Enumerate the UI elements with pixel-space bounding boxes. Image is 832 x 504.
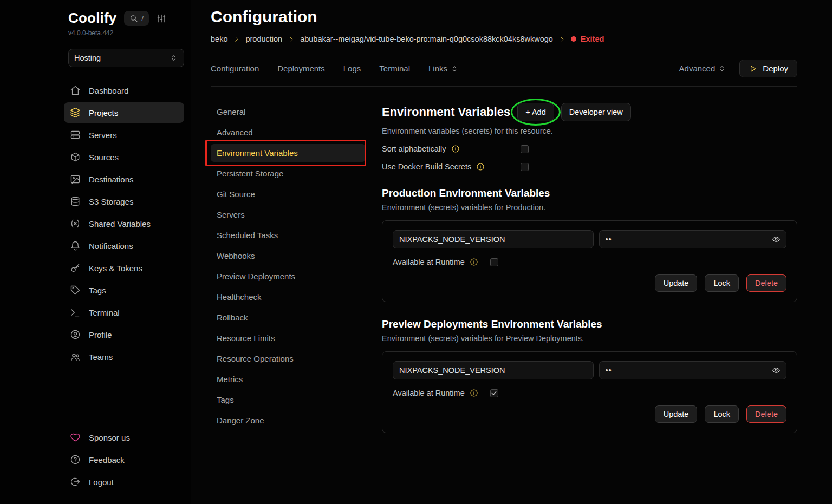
- reveal-value-button[interactable]: [772, 235, 781, 244]
- sidebar-item-projects[interactable]: Projects: [64, 102, 184, 123]
- page-title: Configuration: [211, 8, 797, 26]
- docker-build-secrets-row: Use Docker Build Secrets: [382, 162, 797, 171]
- subnav-item-metrics[interactable]: Metrics: [211, 370, 366, 388]
- subnav-item-tags[interactable]: Tags: [211, 391, 366, 409]
- sidebar-item-profile[interactable]: Profile: [64, 324, 184, 345]
- runtime-row: Available at Runtime: [393, 258, 786, 266]
- subnav-item-general[interactable]: General: [211, 103, 366, 121]
- sidebar-footer: Sponsor us Feedback Logout: [64, 427, 184, 492]
- tab-deployments[interactable]: Deployments: [277, 64, 325, 73]
- advanced-label: Advanced: [679, 64, 716, 73]
- subnav-item-rollback[interactable]: Rollback: [211, 309, 366, 326]
- team-select[interactable]: Hosting: [68, 49, 184, 67]
- search-button[interactable]: /: [124, 11, 150, 26]
- sort-alphabetically-checkbox[interactable]: [521, 145, 529, 153]
- check-icon: [491, 390, 497, 396]
- tab-links-label: Links: [428, 64, 447, 73]
- chevron-right-icon: [558, 36, 566, 43]
- tab-links[interactable]: Links: [428, 64, 459, 73]
- settings-sliders-icon[interactable]: [156, 13, 167, 24]
- sidebar-item-terminal[interactable]: Terminal: [64, 302, 184, 323]
- subnav-item-preview-deployments[interactable]: Preview Deployments: [211, 267, 366, 285]
- deploy-button[interactable]: Deploy: [739, 60, 797, 77]
- update-button[interactable]: Update: [655, 405, 698, 423]
- subnav-item-scheduled-tasks[interactable]: Scheduled Tasks: [211, 226, 366, 244]
- source-cube-icon: [70, 152, 81, 162]
- preview-env-subtitle: Environment (secrets) variables for Prev…: [382, 334, 797, 343]
- sidebar-item-s3-storages[interactable]: S3 Storages: [64, 191, 184, 212]
- add-variable-button[interactable]: + Add: [517, 103, 554, 121]
- breadcrumb-resource[interactable]: abubakar--meigag/vid-tube-beko-pro:main-…: [300, 35, 553, 43]
- sidebar-item-destinations[interactable]: Destinations: [64, 169, 184, 189]
- variable-value-input[interactable]: [599, 230, 787, 248]
- sidebar-item-tags[interactable]: Tags: [64, 280, 184, 300]
- sidebar-item-sponsor[interactable]: Sponsor us: [64, 427, 184, 448]
- eye-icon: [772, 366, 781, 375]
- runtime-checkbox[interactable]: [490, 389, 498, 397]
- subnav-item-environment-variables[interactable]: Environment Variables: [211, 144, 366, 162]
- update-button[interactable]: Update: [655, 274, 698, 292]
- variable-value-input[interactable]: [599, 361, 787, 379]
- sidebar-item-keys-tokens[interactable]: Keys & Tokens: [64, 258, 184, 278]
- logout-icon: [70, 476, 81, 487]
- env-variables-heading: Environment Variables: [382, 105, 510, 119]
- subnav-item-webhooks[interactable]: Webhooks: [211, 247, 366, 265]
- subnav-item-git-source[interactable]: Git Source: [211, 185, 366, 203]
- sidebar-item-servers[interactable]: Servers: [64, 125, 184, 145]
- breadcrumb-project[interactable]: beko: [211, 35, 227, 43]
- docker-build-secrets-checkbox[interactable]: [521, 163, 529, 171]
- delete-button[interactable]: Delete: [746, 405, 786, 423]
- add-variable-label: + Add: [525, 108, 546, 116]
- tab-configuration[interactable]: Configuration: [211, 64, 259, 73]
- variable-name-input[interactable]: [393, 230, 594, 248]
- preview-env-heading: Preview Deployments Environment Variable…: [382, 318, 797, 330]
- subnav-item-advanced[interactable]: Advanced: [211, 123, 366, 141]
- sidebar-item-notifications[interactable]: Notifications: [64, 235, 184, 256]
- advanced-dropdown[interactable]: Advanced: [679, 64, 727, 73]
- tag-icon: [70, 285, 81, 296]
- search-icon: [129, 14, 138, 23]
- sidebar-item-label: Shared Variables: [89, 219, 151, 228]
- runtime-label: Available at Runtime: [393, 389, 465, 397]
- sidebar-item-label: Logout: [89, 477, 114, 487]
- subnav-item-resource-operations[interactable]: Resource Operations: [211, 350, 366, 368]
- preview-variable-card: Available at Runtime Update Lock Delete: [382, 351, 797, 433]
- sidebar-item-logout[interactable]: Logout: [64, 472, 184, 492]
- runtime-checkbox[interactable]: [490, 258, 498, 266]
- sidebar-item-dashboard[interactable]: Dashboard: [64, 80, 184, 101]
- question-circle-icon: [70, 454, 81, 465]
- subnav-item-healthcheck[interactable]: Healthcheck: [211, 288, 366, 306]
- lock-button[interactable]: Lock: [705, 274, 739, 292]
- breadcrumb: beko production abubakar--meigag/vid-tub…: [211, 35, 797, 43]
- sidebar-item-sources[interactable]: Sources: [64, 147, 184, 167]
- lock-button[interactable]: Lock: [705, 405, 739, 423]
- status-badge: Exited: [571, 35, 604, 43]
- tab-logs[interactable]: Logs: [343, 64, 361, 73]
- delete-button[interactable]: Delete: [746, 274, 786, 292]
- sidebar-item-feedback[interactable]: Feedback: [64, 449, 184, 470]
- sidebar-item-teams[interactable]: Teams: [64, 346, 184, 367]
- subnav-item-servers[interactable]: Servers: [211, 206, 366, 224]
- terminal-icon: [70, 307, 81, 318]
- tab-terminal[interactable]: Terminal: [379, 64, 410, 73]
- sidebar-item-label: Terminal: [89, 308, 120, 317]
- developer-view-button[interactable]: Developer view: [561, 103, 631, 121]
- info-icon: [476, 162, 485, 171]
- variable-name-input[interactable]: [393, 361, 594, 379]
- sidebar-item-label: Profile: [89, 330, 112, 339]
- breadcrumb-environment[interactable]: production: [245, 35, 282, 43]
- home-icon: [70, 85, 81, 96]
- sidebar-item-label: Keys & Tokens: [89, 264, 142, 273]
- subnav-item-resource-limits[interactable]: Resource Limits: [211, 329, 366, 347]
- sidebar-item-shared-variables[interactable]: Shared Variables: [64, 213, 184, 234]
- subnav-item-persistent-storage[interactable]: Persistent Storage: [211, 165, 366, 182]
- sort-alphabetically-row: Sort alphabetically: [382, 145, 797, 153]
- sidebar-item-label: Dashboard: [89, 86, 128, 95]
- info-icon: [451, 145, 460, 153]
- chevron-up-down-icon: [718, 64, 726, 73]
- subnav-item-danger-zone[interactable]: Danger Zone: [211, 411, 366, 429]
- destination-icon: [70, 174, 81, 185]
- reveal-value-button[interactable]: [772, 366, 781, 375]
- docker-build-secrets-label: Use Docker Build Secrets: [382, 162, 471, 171]
- sidebar-item-label: Sponsor us: [89, 433, 130, 442]
